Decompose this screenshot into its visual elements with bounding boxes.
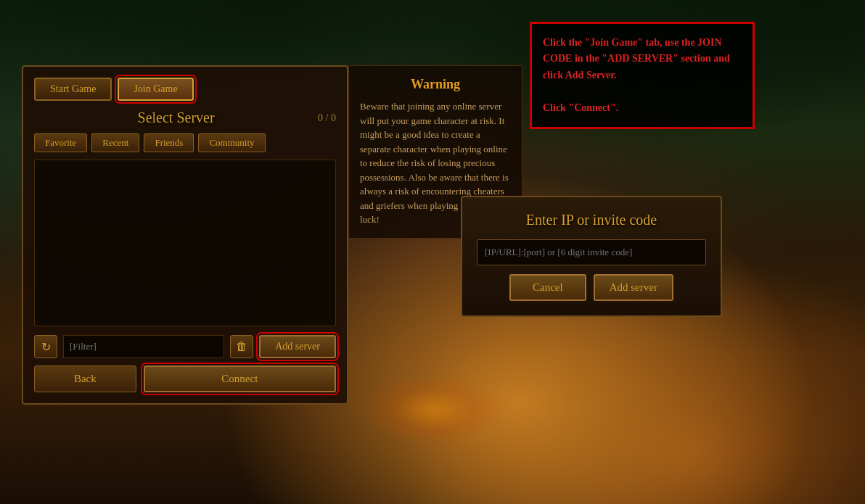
delete-icon: 🗑 bbox=[236, 340, 247, 353]
instruction-text: Click the "Join Game" tab, use the JOIN … bbox=[543, 35, 742, 116]
panel-header: Select Server 0 / 0 bbox=[34, 110, 336, 126]
add-server-dialog-button[interactable]: Add server bbox=[594, 274, 673, 301]
friends-tab[interactable]: Friends bbox=[144, 133, 194, 152]
server-list bbox=[34, 160, 336, 326]
ip-input[interactable] bbox=[477, 239, 706, 265]
community-tab[interactable]: Community bbox=[198, 133, 265, 152]
ip-dialog: Enter IP or invite code Cancel Add serve… bbox=[461, 196, 722, 317]
refresh-icon: ↻ bbox=[41, 340, 51, 354]
ip-dialog-title: Enter IP or invite code bbox=[477, 212, 706, 228]
filter-tabs: Favorite Recent Friends Community bbox=[34, 133, 336, 152]
filter-input[interactable] bbox=[63, 335, 224, 358]
server-count: 0 / 0 bbox=[318, 112, 336, 124]
join-game-tab[interactable]: Join Game bbox=[118, 78, 193, 101]
delete-button[interactable]: 🗑 bbox=[230, 335, 253, 358]
refresh-button[interactable]: ↻ bbox=[34, 335, 57, 358]
favorite-tab[interactable]: Favorite bbox=[34, 133, 87, 152]
back-button[interactable]: Back bbox=[34, 365, 136, 392]
panel-title: Select Server bbox=[34, 110, 318, 126]
game-panel: Start Game Join Game Select Server 0 / 0… bbox=[22, 65, 348, 405]
add-server-button[interactable]: Add server bbox=[259, 335, 336, 358]
bottom-bar: ↻ 🗑 Add server bbox=[34, 335, 336, 358]
panel-tabs: Start Game Join Game bbox=[34, 78, 336, 101]
connect-button[interactable]: Connect bbox=[144, 365, 336, 392]
ip-dialog-buttons: Cancel Add server bbox=[477, 274, 706, 301]
fire-glow bbox=[360, 373, 505, 446]
cancel-button[interactable]: Cancel bbox=[509, 274, 586, 301]
warning-title: Warning bbox=[360, 77, 511, 92]
action-row: Back Connect bbox=[34, 365, 336, 392]
instruction-box: Click the "Join Game" tab, use the JOIN … bbox=[530, 22, 755, 129]
start-game-tab[interactable]: Start Game bbox=[34, 78, 112, 101]
recent-tab[interactable]: Recent bbox=[91, 133, 139, 152]
